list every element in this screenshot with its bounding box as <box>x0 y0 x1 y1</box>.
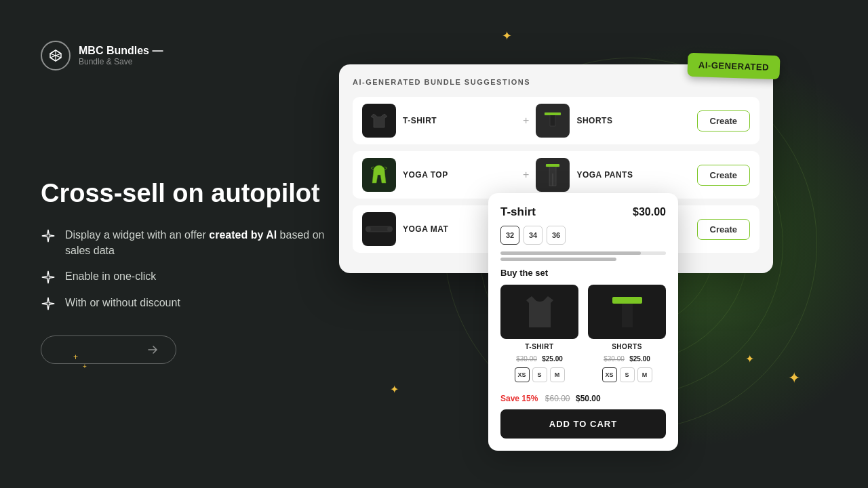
thumb-prices-shorts: $30.00 $25.00 <box>588 352 666 364</box>
logo-row: MBC Bundles — Bundle & Save <box>41 41 163 70</box>
sparkle-deco-2: ✦ <box>390 383 399 396</box>
thumb-tshirt-svg <box>519 288 560 336</box>
sparkle-deco-3: ✦ <box>745 352 754 365</box>
thumb-size-s-shorts[interactable]: S <box>620 367 635 382</box>
popup-header: T-shirt $30.00 <box>500 205 666 219</box>
ai-badge: AI-GENERATED <box>687 53 780 80</box>
sparkle-icon-3 <box>41 296 56 311</box>
bundle-product-3-label: YOGA TOP <box>403 170 516 180</box>
cta-pill-button[interactable] <box>41 336 176 364</box>
svg-point-3 <box>366 226 371 232</box>
popup-price: $30.00 <box>633 206 666 218</box>
feature-item-2: Enable in one-click <box>41 269 346 285</box>
create-btn-3[interactable]: Create <box>697 219 750 240</box>
plus-sign-2: + <box>523 169 529 181</box>
feature-text-2: Enable in one-click <box>65 269 156 284</box>
thumb-img-shorts <box>588 285 666 339</box>
thumb-new-price-shorts: $25.00 <box>629 355 650 363</box>
yoga-pants-icon-container <box>536 158 570 192</box>
sparkle-icon-2 <box>41 270 56 285</box>
thumb-size-m-tshirt[interactable]: M <box>550 367 565 382</box>
feature-item-3: With or without discount <box>41 296 346 311</box>
arrow-right-icon <box>146 343 159 357</box>
yoga-top-icon <box>367 161 391 188</box>
create-btn-1[interactable]: Create <box>697 110 750 131</box>
thumb-item-shorts: SHORTS $30.00 $25.00 XS S M <box>588 285 666 382</box>
thumb-size-m-shorts[interactable]: M <box>637 367 652 382</box>
plus-sign-1: + <box>523 115 529 127</box>
yoga-mat-icon <box>364 222 394 237</box>
feature-text-3: With or without discount <box>65 296 180 310</box>
buy-the-set-label: Buy the set <box>500 268 666 278</box>
thumb-label-tshirt: T-SHIRT <box>500 343 578 350</box>
bundle-card-title: AI-GENERATED BUNDLE SUGGESTIONS <box>353 78 760 86</box>
hero-content: Cross-sell on autopilot Display a widget… <box>41 178 346 364</box>
add-to-cart-button[interactable]: ADD TO CART <box>500 409 666 439</box>
bundle-product-4-label: YOGA PANTS <box>576 170 690 180</box>
bundle-product-1-label: T-SHIRT <box>403 116 516 125</box>
save-new-total: $50.00 <box>576 394 601 403</box>
size-chip-34[interactable]: 34 <box>524 226 542 245</box>
feature-item-1: Display a widget with an offer created b… <box>41 228 346 258</box>
svg-point-4 <box>387 226 393 232</box>
popup-product-name: T-shirt <box>500 205 536 219</box>
yoga-pants-icon <box>543 161 562 188</box>
svg-rect-1 <box>546 164 559 167</box>
yoga-top-icon-container <box>362 158 396 192</box>
thumb-size-xs-shorts[interactable]: XS <box>602 367 617 382</box>
thumb-label-shorts: SHORTS <box>588 343 666 350</box>
product-popup: T-shirt $30.00 32 34 36 Buy the set <box>488 193 678 451</box>
size-chip-36[interactable]: 36 <box>547 226 566 245</box>
bundle-product-2-label: SHORTS <box>576 116 690 125</box>
shorts-icon-container-1 <box>536 104 570 138</box>
save-total: $60.00 <box>545 394 570 403</box>
tshirt-icon <box>367 108 391 133</box>
svg-rect-10 <box>612 297 642 304</box>
thumb-size-xs-tshirt[interactable]: XS <box>515 367 530 382</box>
thumb-shorts-svg <box>607 288 648 336</box>
main-heading: Cross-sell on autopilot <box>41 178 346 209</box>
yoga-mat-icon-container <box>362 212 396 246</box>
thumb-sizes-shorts: XS S M <box>588 367 666 382</box>
thumb-img-tshirt <box>500 285 578 339</box>
thumb-item-tshirt: T-SHIRT $30.00 $25.00 XS S M <box>500 285 578 382</box>
bundle-row-1: T-SHIRT + SHORTS Create <box>353 97 760 144</box>
create-btn-2[interactable]: Create <box>697 165 750 186</box>
save-percent: Save 15% <box>500 394 538 403</box>
sparkle-deco-4: ✦ <box>788 369 800 387</box>
bundle-row-2: YOGA TOP + YOGA PANTS Create <box>353 151 760 199</box>
logo-icon <box>48 48 63 63</box>
feature-text-1: Display a widget with an offer created b… <box>65 228 346 258</box>
logo-title: MBC Bundles — <box>79 45 163 57</box>
thumb-old-price-tshirt: $30.00 <box>516 355 537 363</box>
sparkle-icon-1 <box>41 228 56 243</box>
thumb-sizes-tshirt: XS S M <box>500 367 578 382</box>
thumb-old-price-shorts: $30.00 <box>604 355 625 363</box>
logo-text-block: MBC Bundles — Bundle & Save <box>79 45 163 66</box>
left-panel: MBC Bundles — Bundle & Save Cross-sell o… <box>41 0 346 488</box>
progress-bars <box>500 251 666 261</box>
tshirt-icon-container-1 <box>362 104 396 138</box>
size-chip-32[interactable]: 32 <box>500 226 519 245</box>
right-panel: AI-GENERATED AI-GENERATED BUNDLE SUGGEST… <box>339 64 773 273</box>
svg-rect-0 <box>545 113 561 115</box>
thumb-prices-tshirt: $30.00 $25.00 <box>500 352 578 364</box>
logo-subtitle: Bundle & Save <box>79 57 163 66</box>
thumb-size-s-tshirt[interactable]: S <box>532 367 547 382</box>
shorts-icon <box>542 108 564 133</box>
sparkle-deco-1: ✦ <box>502 28 512 43</box>
save-row: Save 15% $60.00 $50.00 <box>500 392 666 404</box>
feature-list: Display a widget with an offer created b… <box>41 228 346 311</box>
size-options: 32 34 36 <box>500 226 666 245</box>
product-thumbnails: T-SHIRT $30.00 $25.00 XS S M <box>500 285 666 382</box>
logo-circle <box>41 41 71 70</box>
thumb-new-price-tshirt: $25.00 <box>542 355 563 363</box>
